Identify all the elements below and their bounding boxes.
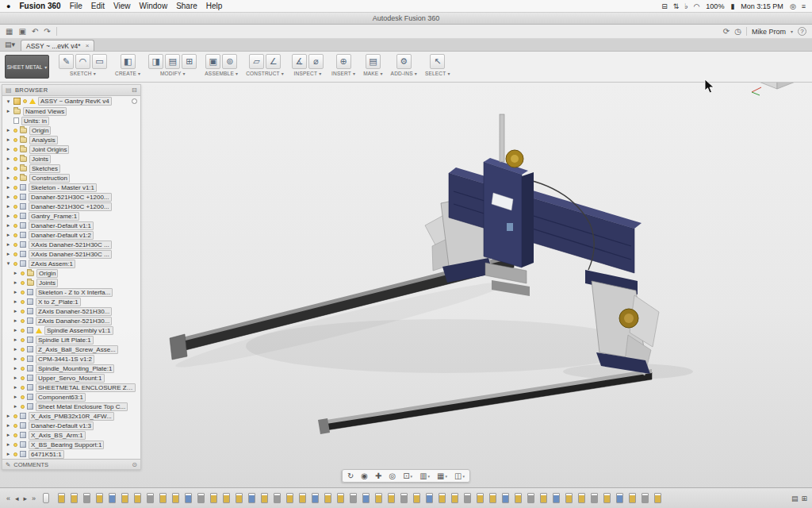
new-component-icon[interactable]: ▣ — [205, 54, 220, 69]
timeline-feature-icon[interactable] — [654, 493, 661, 503]
timeline-feature-icon[interactable] — [527, 493, 534, 503]
visibility-bulb-icon[interactable] — [13, 414, 17, 418]
tree-item[interactable]: ▸Construction — [2, 173, 140, 183]
scripts-addins-icon[interactable]: ⚙ — [396, 54, 412, 69]
tree-item[interactable]: ▸Joints — [2, 154, 140, 164]
tree-item[interactable]: ▸X to Z_Plate:1 — [2, 297, 140, 306]
visibility-bulb-icon[interactable] — [21, 405, 25, 409]
disclosure-icon[interactable]: ▸ — [13, 356, 18, 362]
timeline-feature-icon[interactable] — [540, 493, 547, 503]
create-sketch-icon[interactable]: ✎ — [59, 54, 74, 69]
timeline-feature-icon[interactable] — [388, 493, 395, 503]
look-at-button[interactable]: ◉ — [358, 471, 370, 481]
disclosure-icon[interactable]: ▸ — [13, 394, 18, 400]
visibility-bulb-icon[interactable] — [23, 99, 27, 103]
visibility-bulb-icon[interactable] — [13, 224, 17, 228]
disclosure-icon[interactable]: ▸ — [13, 318, 18, 324]
app-menu-title[interactable]: Fusion 360 — [19, 2, 60, 10]
timeline-feature-icon[interactable] — [210, 493, 217, 503]
timeline-feature-icon[interactable] — [83, 493, 90, 503]
menubar-clock[interactable]: Mon 3:15 PM — [741, 2, 783, 10]
visibility-bulb-icon[interactable] — [13, 433, 17, 437]
tree-item[interactable]: ▸Danaher-Default v1:3 — [2, 421, 140, 430]
timeline-feature-icon[interactable] — [324, 493, 331, 503]
tree-item[interactable]: ▸Gantry_Frame:1 — [2, 211, 140, 221]
visibility-bulb-icon[interactable] — [13, 243, 17, 247]
tree-item[interactable]: ▸ZAxis Danaher-521H30... — [2, 316, 140, 325]
browser-header[interactable]: ▤ BROWSER ⊟ — [2, 85, 140, 96]
activate-component-radio[interactable] — [132, 98, 137, 104]
display-icon[interactable]: ⊟ — [661, 2, 668, 10]
viewports-button[interactable]: ◫▾ — [452, 471, 467, 481]
tree-item[interactable]: ▸Z_Axis_Ball_Screw_Asse... — [2, 344, 140, 354]
tree-item[interactable]: ▸6471K51:1 — [2, 449, 140, 459]
timeline-feature-icon[interactable] — [134, 493, 141, 503]
disclosure-icon[interactable]: ▸ — [13, 327, 18, 333]
disclosure-icon[interactable]: ▸ — [13, 289, 18, 295]
redo-icon[interactable]: ↷ — [44, 27, 50, 36]
menu-share[interactable]: Share — [176, 2, 197, 10]
timeline-feature-icon[interactable] — [578, 493, 585, 503]
tree-root-item[interactable]: ▾ ASSY ~ Gantry RevK v4 — [2, 96, 140, 106]
visibility-bulb-icon[interactable] — [13, 252, 17, 256]
timeline-feature-icon[interactable] — [375, 493, 382, 503]
timeline-feature-icon[interactable] — [477, 493, 484, 503]
disclosure-icon[interactable]: ▸ — [6, 137, 11, 143]
tree-item[interactable]: Units: in — [2, 116, 140, 125]
visibility-bulb-icon[interactable] — [13, 157, 17, 161]
timeline-feature-icon[interactable] — [286, 493, 293, 503]
job-status-icon[interactable]: ⟳ — [723, 27, 730, 36]
fit-button[interactable]: ⊡▾ — [400, 471, 415, 481]
timeline-feature-icon[interactable] — [236, 493, 243, 503]
disclosure-icon[interactable]: ▸ — [6, 413, 11, 419]
visibility-bulb-icon[interactable] — [13, 205, 17, 209]
sketch-arc-icon[interactable]: ◠ — [75, 54, 90, 69]
disclosure-icon[interactable]: ▸ — [13, 375, 18, 381]
timeline-feature-icon[interactable] — [337, 493, 344, 503]
visibility-bulb-icon[interactable] — [13, 443, 17, 447]
tree-item[interactable]: ▸XAxis Danaher-521H30C ... — [2, 240, 140, 249]
visibility-bulb-icon[interactable] — [13, 176, 17, 180]
timeline-feature-icon[interactable] — [96, 493, 103, 503]
timeline-feature-icon[interactable] — [362, 493, 370, 503]
disclosure-icon[interactable]: ▸ — [6, 432, 11, 438]
disclosure-icon[interactable]: ▸ — [6, 108, 11, 114]
tree-item[interactable]: ▸Spindle Lift Plate:1 — [2, 335, 140, 344]
menu-view[interactable]: View — [113, 2, 131, 10]
panel-collapse-icon[interactable]: ⊟ — [132, 87, 137, 94]
visibility-bulb-icon[interactable] — [21, 367, 25, 371]
menu-file[interactable]: File — [70, 2, 82, 10]
ribbon-group-label[interactable]: INSPECT▾ — [294, 71, 322, 76]
disclosure-icon[interactable]: ▸ — [13, 403, 18, 410]
measure-icon[interactable]: ∡ — [292, 54, 307, 69]
tree-item[interactable]: ▸Skeleton - Z to X Interfa... — [2, 287, 140, 297]
clock-icon[interactable]: ◷ — [734, 27, 741, 36]
disclosure-icon[interactable]: ▸ — [6, 451, 11, 457]
select-icon[interactable]: ↖ — [430, 54, 445, 69]
ribbon-group-label[interactable]: CREATE▾ — [115, 71, 140, 76]
ribbon-group-label[interactable]: ASSEMBLE▾ — [205, 71, 238, 76]
orbit-button[interactable]: ↻ — [345, 471, 356, 481]
visibility-bulb-icon[interactable] — [13, 262, 17, 266]
tree-item[interactable]: ▸Danaher-521H30C +1200... — [2, 192, 140, 202]
timeline-feature-icon[interactable] — [451, 493, 458, 503]
play-icon[interactable]: ▸ — [22, 495, 29, 502]
visibility-bulb-icon[interactable] — [13, 129, 17, 133]
timeline-feature-icon[interactable] — [248, 493, 255, 503]
disclosure-icon[interactable]: ▸ — [6, 222, 11, 229]
timeline-feature-icon[interactable] — [121, 493, 128, 503]
tree-item[interactable]: ▸X_BS_Bearing Support:1 — [2, 440, 140, 449]
tree-item[interactable]: ▸Spindle Assembly v1:1 — [2, 325, 140, 335]
tree-item[interactable]: ▾ZAxis Assem:1 — [2, 259, 140, 268]
comments-expand-icon[interactable]: ⊙ — [132, 461, 137, 468]
tab-list-icon[interactable]: ▤▾ — [5, 40, 15, 48]
visibility-bulb-icon[interactable] — [13, 214, 17, 218]
timeline-feature-icon[interactable] — [172, 493, 179, 503]
ribbon-group-label[interactable]: MAKE▾ — [363, 71, 382, 76]
insert-icon[interactable]: ⊕ — [336, 54, 351, 69]
tree-item[interactable]: ▸XAxis Danaher-521H30C ... — [2, 249, 140, 259]
timeline-feature-icon[interactable] — [565, 493, 573, 503]
ribbon-group-label[interactable]: ADD-INS▾ — [391, 71, 417, 76]
workspace-switcher[interactable]: SHEET METAL ▾ — [5, 55, 49, 79]
wifi-icon[interactable]: ◠ — [694, 2, 700, 10]
